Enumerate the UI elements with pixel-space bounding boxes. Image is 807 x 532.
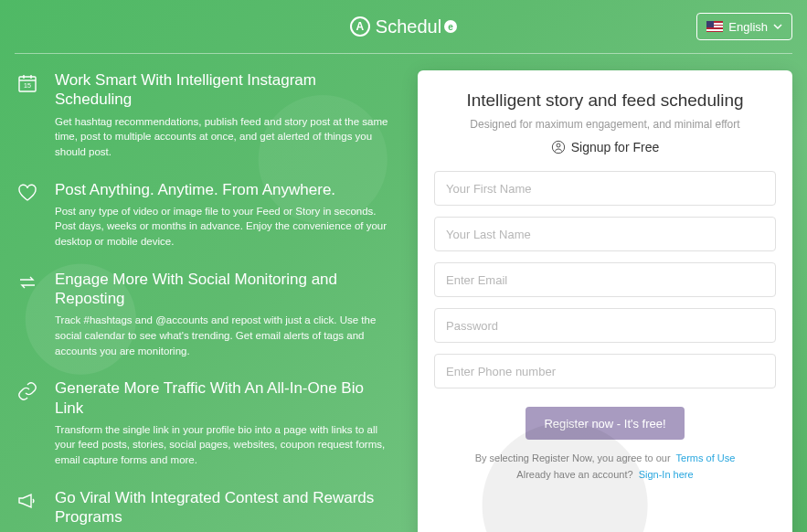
feature-title: Work Smart With Intelligent Instagram Sc… xyxy=(55,70,392,110)
feature-desc: Track #hashtags and @accounts and repost… xyxy=(55,313,392,358)
signin-prefix: Already have an account? xyxy=(516,469,632,480)
feature-desc: Get hashtag recommendations, publish fee… xyxy=(55,114,392,160)
feature-scheduling: 15 Work Smart With Intelligent Instagram… xyxy=(15,70,392,160)
feature-desc: Transform the single link in your profil… xyxy=(55,422,392,468)
feature-title: Generate More Traffic With An All-In-One… xyxy=(55,378,392,418)
email-input[interactable] xyxy=(434,262,776,297)
card-subtitle: Designed for maximum engagement, and min… xyxy=(434,118,776,131)
last-name-input[interactable] xyxy=(434,217,776,251)
calendar-icon: 15 xyxy=(15,70,40,160)
logo-e-icon: e xyxy=(444,20,457,33)
svg-point-6 xyxy=(557,144,560,147)
features-list: 15 Work Smart With Intelligent Instagram… xyxy=(15,70,396,532)
language-label: English xyxy=(728,20,768,34)
feature-title: Go Viral With Integrated Contest and Rew… xyxy=(55,488,392,527)
brand-logo: A Schedul e xyxy=(350,16,457,37)
terms-line: By selecting Register Now, you agree to … xyxy=(434,452,776,463)
password-input[interactable] xyxy=(434,308,776,343)
repost-icon xyxy=(15,270,40,359)
signup-free-label: Signup for Free xyxy=(434,140,776,154)
heart-icon xyxy=(15,180,40,250)
user-circle-icon xyxy=(551,140,566,154)
phone-input[interactable] xyxy=(434,354,776,388)
divider xyxy=(15,53,792,54)
feature-desc: Post any type of video or image file to … xyxy=(55,204,392,250)
signin-line: Already have an account? Sign-In here xyxy=(434,469,776,480)
feature-post-anything: Post Anything. Anytime. From Anywhere. P… xyxy=(15,180,392,250)
brand-text: Schedul xyxy=(376,16,441,37)
signin-link[interactable]: Sign-In here xyxy=(639,469,694,480)
feature-title: Post Anything. Anytime. From Anywhere. xyxy=(55,180,392,199)
feature-engage: Engage More With Social Monitoring and R… xyxy=(15,270,392,359)
signup-free-text: Signup for Free xyxy=(571,140,660,154)
svg-text:15: 15 xyxy=(24,82,31,89)
register-button[interactable]: Register now - It's free! xyxy=(526,407,684,440)
card-title: Intelligent story and feed scheduling xyxy=(434,90,776,111)
signup-card: Intelligent story and feed scheduling De… xyxy=(418,70,792,532)
feature-biolink: Generate More Traffic With An All-In-One… xyxy=(15,378,392,468)
feature-contest: Go Viral With Integrated Contest and Rew… xyxy=(15,488,392,532)
flag-us-icon xyxy=(706,21,723,32)
language-selector[interactable]: English xyxy=(696,13,792,40)
terms-link[interactable]: Terms of Use xyxy=(676,452,736,463)
link-icon xyxy=(15,378,40,468)
feature-title: Engage More With Social Monitoring and R… xyxy=(55,270,392,309)
signup-form: Register now - It's free! xyxy=(434,171,776,440)
logo-mark-icon: A xyxy=(350,16,370,37)
megaphone-icon xyxy=(15,488,40,532)
first-name-input[interactable] xyxy=(434,171,776,206)
chevron-down-icon xyxy=(773,22,782,31)
terms-prefix: By selecting Register Now, you agree to … xyxy=(475,452,671,463)
